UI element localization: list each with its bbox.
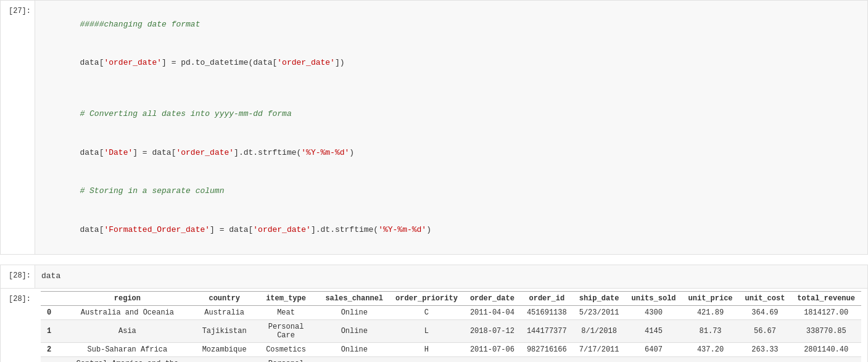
cell-unit_price: 81.73 — [682, 319, 739, 342]
col-header-order-priority: order_priority — [389, 291, 464, 305]
col-header-ship-date: ship_date — [573, 291, 626, 305]
dataframe-table: region country item_type sales_channel o… — [41, 291, 861, 362]
cell-item_type: Cosmetics — [253, 342, 320, 356]
cell-region: Australia and Oceania — [59, 305, 196, 319]
col-header-order-id: order_id — [521, 291, 573, 305]
spacer-1 — [0, 255, 868, 260]
table-row: 1AsiaTajikistanPersonal CareOnlineL2018-… — [41, 319, 861, 342]
code-data: data — [41, 270, 861, 283]
cell-28-input: [28]: data — [0, 265, 868, 289]
table-header: region country item_type sales_channel o… — [41, 291, 861, 305]
table-body: 0Australia and OceaniaAustraliaMeatOnlin… — [41, 305, 861, 362]
col-header-item-type: item_type — [253, 291, 320, 305]
cell-item_type: Meat — [253, 305, 320, 319]
code-line-5: # Storing in a separate column — [41, 172, 861, 210]
cell-country: Panama — [196, 356, 253, 362]
code-line-6: data['Formatted_Order_date'] = data['ord… — [41, 211, 861, 249]
cell-27: [27]: #####changing date format data['or… — [0, 0, 868, 255]
cell-order_date: 2011-04-04 — [464, 305, 521, 319]
row-index: 1 — [41, 319, 59, 342]
cell-unit_cost: 364.69 — [739, 305, 792, 319]
cell-28-input-content[interactable]: data — [35, 265, 867, 288]
code-line-empty — [41, 83, 861, 96]
cell-unit_price: 421.89 — [682, 305, 739, 319]
cell-sales_channel: Online — [319, 342, 389, 356]
col-header-units-sold: units_sold — [626, 291, 682, 305]
cell-total_revenue: 1814127.00 — [791, 305, 861, 319]
cell-item_type: Personal Care — [253, 319, 320, 342]
cell-total_revenue: 338770.85 — [791, 319, 861, 342]
cell-ship_date: 5/23/2011 — [573, 305, 626, 319]
cell-order_date: 2018-07-12 — [464, 319, 521, 342]
cell-order_priority: H — [389, 342, 464, 356]
cell-order_priority: C — [389, 305, 464, 319]
table-row: 2Sub-Saharan AfricaMozambiqueCosmeticsOn… — [41, 342, 861, 356]
col-header-unit-price: unit_price — [682, 291, 739, 305]
cell-country: Tajikistan — [196, 319, 253, 342]
col-header-country: country — [196, 291, 253, 305]
cell-27-content[interactable]: #####changing date format data['order_da… — [35, 1, 867, 254]
cell-27-label: [27]: — [1, 1, 35, 254]
col-header-order-date: order_date — [464, 291, 521, 305]
col-header-unit-cost: unit_cost — [739, 291, 792, 305]
table-row: 3Central America and the CaribbeanPanama… — [41, 356, 861, 362]
cell-order_date: 2011-07-06 — [464, 342, 521, 356]
cell-sales_channel: Online — [319, 305, 389, 319]
cell-28-input-label: [28]: — [1, 265, 35, 288]
dataframe-container: region country item_type sales_channel o… — [35, 289, 867, 362]
cell-order_id: 144177377 — [521, 319, 573, 342]
cell-sales_channel: Online — [319, 319, 389, 342]
cell-order_date: 2011-05-01 — [464, 356, 521, 362]
table-row: 0Australia and OceaniaAustraliaMeatOnlin… — [41, 305, 861, 319]
cell-region: Asia — [59, 319, 196, 342]
code-line-4: data['Date'] = data['order_date'].dt.str… — [41, 134, 861, 172]
cell-units_sold: 2810 — [626, 356, 682, 362]
cell-units_sold: 6407 — [626, 342, 682, 356]
cell-order_id: 451691138 — [521, 305, 573, 319]
cell-unit_price: 437.20 — [682, 342, 739, 356]
cell-order_priority: L — [389, 319, 464, 342]
cell-ship_date: 7/17/2011 — [573, 342, 626, 356]
col-header-region: region — [59, 291, 196, 305]
cell-order_id: 784543836 — [521, 356, 573, 362]
cell-ship_date: 8/1/2018 — [573, 319, 626, 342]
cell-units_sold: 4145 — [626, 319, 682, 342]
code-line-1: #####changing date format — [41, 6, 861, 44]
cell-28-output: [28]: region country item_type sales_cha… — [0, 289, 868, 362]
notebook: [27]: #####changing date format data['or… — [0, 0, 868, 362]
cell-country: Australia — [196, 305, 253, 319]
col-header-index — [41, 291, 59, 305]
code-line-2: data['order_date'] = pd.to_datetime(data… — [41, 44, 861, 82]
cell-region: Sub-Saharan Africa — [59, 342, 196, 356]
row-index: 2 — [41, 342, 59, 356]
cell-unit_cost: 56.67 — [739, 319, 792, 342]
header-row: region country item_type sales_channel o… — [41, 291, 861, 305]
row-index: 0 — [41, 305, 59, 319]
cell-country: Mozambique — [196, 342, 253, 356]
col-header-total-revenue: total_revenue — [791, 291, 861, 305]
cell-total_revenue: 2801140.40 — [791, 342, 861, 356]
cell-28-output-label: [28]: — [1, 289, 35, 362]
row-index: 3 — [41, 356, 59, 362]
cell-order_id: 982716166 — [521, 342, 573, 356]
cell-sales_channel: Offline — [319, 356, 389, 362]
cell-unit_cost: 263.33 — [739, 342, 792, 356]
col-header-sales-channel: sales_channel — [319, 291, 389, 305]
cell-item_type: Personal Care — [253, 356, 320, 362]
cell-unit_cost: 56.67 — [739, 356, 792, 362]
cell-total_revenue: 229661.30 — [791, 356, 861, 362]
code-line-3: # Converting all dates into yyyy-mm-dd f… — [41, 96, 861, 134]
cell-unit_price: 81.73 — [682, 356, 739, 362]
cell-units_sold: 4300 — [626, 305, 682, 319]
code-normal: data[ — [80, 58, 104, 67]
cell-ship_date: 5/11/2011 — [573, 356, 626, 362]
cell-order_priority: L — [389, 356, 464, 362]
cell-region: Central America and the Caribbean — [59, 356, 196, 362]
comment-1: #####changing date format — [80, 20, 200, 29]
